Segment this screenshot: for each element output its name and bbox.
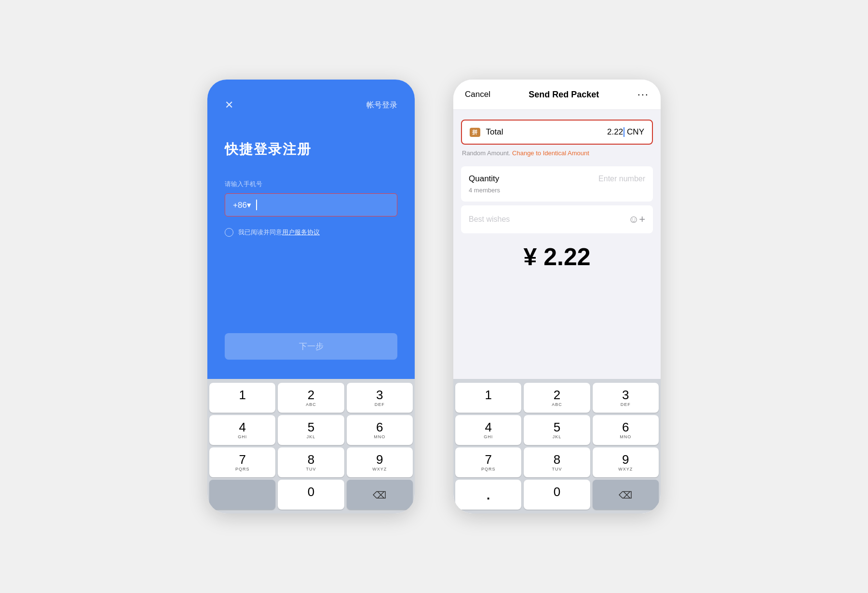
amount-input-box[interactable]: 拼 Total 2.22 CNY	[461, 120, 653, 145]
kb-row-4: 0 ⌫	[209, 480, 413, 510]
rkey-2[interactable]: 2 ABC	[524, 383, 590, 413]
rkey-6[interactable]: 6 MNO	[593, 415, 659, 445]
key-2[interactable]: 2 ABC	[278, 383, 344, 413]
cancel-button[interactable]: Cancel	[465, 90, 490, 99]
quantity-label: Quantity	[469, 174, 499, 184]
rkey-3[interactable]: 3 DEF	[593, 383, 659, 413]
terms-link[interactable]: 用户服务协议	[282, 229, 320, 236]
phone-input-box[interactable]: +86▾	[225, 193, 397, 216]
rp-header: Cancel Send Red Packet ···	[453, 80, 661, 110]
text-cursor	[256, 200, 257, 210]
key-0[interactable]: 0	[278, 480, 344, 510]
rkey-7[interactable]: 7 PQRS	[455, 447, 521, 477]
change-amount-link[interactable]: Change to Identical Amount	[512, 149, 589, 157]
login-top-section: ✕ 帐号登录 快捷登录注册 请输入手机号 +86▾ 我已阅读并同意用户服务协议 …	[207, 80, 415, 379]
total-amount-display: ¥ 2.22	[461, 243, 653, 271]
rp-body: 拼 Total 2.22 CNY Random Amount. Change t…	[453, 110, 661, 379]
more-icon[interactable]: ···	[637, 88, 649, 101]
redpacket-screen: Cancel Send Red Packet ··· 拼 Total 2.22 …	[453, 80, 661, 513]
rkey-1[interactable]: 1	[455, 383, 521, 413]
agree-checkbox[interactable]	[225, 228, 233, 237]
rkb-row-4: . 0 ⌫	[455, 480, 659, 510]
phone-label: 请输入手机号	[225, 180, 397, 189]
key-8[interactable]: 8 TUV	[278, 447, 344, 477]
agree-text: 我已阅读并同意用户服务协议	[238, 228, 320, 237]
rkey-8[interactable]: 8 TUV	[524, 447, 590, 477]
kb-row-1: 1 2 ABC 3 DEF	[209, 383, 413, 413]
kb-row-2: 4 GHI 5 JKL 6 MNO	[209, 415, 413, 445]
pinyin-icon: 拼	[470, 128, 480, 137]
key-1[interactable]: 1	[209, 383, 275, 413]
key-7[interactable]: 7 PQRS	[209, 447, 275, 477]
key-4[interactable]: 4 GHI	[209, 415, 275, 445]
quantity-box: Quantity Enter number 4 members	[461, 166, 653, 202]
key-3[interactable]: 3 DEF	[347, 383, 413, 413]
amount-value: 2.22	[607, 127, 623, 137]
close-icon[interactable]: ✕	[225, 99, 233, 111]
key-empty	[209, 480, 275, 510]
rkb-row-1: 1 2 ABC 3 DEF	[455, 383, 659, 413]
rkey-4[interactable]: 4 GHI	[455, 415, 521, 445]
login-title: 快捷登录注册	[225, 140, 397, 159]
amount-hint: Random Amount. Change to Identical Amoun…	[461, 149, 653, 157]
account-login-link[interactable]: 帐号登录	[366, 100, 397, 110]
key-6[interactable]: 6 MNO	[347, 415, 413, 445]
right-keyboard: 1 2 ABC 3 DEF 4 GHI 5 J	[453, 379, 661, 513]
left-keyboard: 1 2 ABC 3 DEF 4 GHI 5 JKL 6 MNO	[207, 379, 415, 513]
rp-title: Send Red Packet	[529, 90, 599, 100]
agree-row: 我已阅读并同意用户服务协议	[225, 228, 397, 237]
rkey-5[interactable]: 5 JKL	[524, 415, 590, 445]
currency-label: CNY	[627, 127, 644, 137]
members-count: 4 members	[469, 187, 645, 194]
wishes-box[interactable]: Best wishes ☺+	[461, 205, 653, 233]
key-5[interactable]: 5 JKL	[278, 415, 344, 445]
left-phone: ✕ 帐号登录 快捷登录注册 请输入手机号 +86▾ 我已阅读并同意用户服务协议 …	[207, 80, 415, 513]
kb-row-3: 7 PQRS 8 TUV 9 WXYZ	[209, 447, 413, 477]
emoji-button[interactable]: ☺+	[628, 213, 645, 226]
key-9[interactable]: 9 WXYZ	[347, 447, 413, 477]
login-header: ✕ 帐号登录	[225, 99, 397, 111]
backspace-key[interactable]: ⌫	[347, 480, 413, 510]
next-button[interactable]: 下一步	[225, 333, 397, 360]
rkey-9[interactable]: 9 WXYZ	[593, 447, 659, 477]
rkb-row-2: 4 GHI 5 JKL 6 MNO	[455, 415, 659, 445]
right-phone: Cancel Send Red Packet ··· 拼 Total 2.22 …	[453, 80, 661, 513]
quantity-input[interactable]: Enter number	[598, 175, 645, 183]
amount-cursor	[624, 127, 624, 137]
total-label: Total	[486, 127, 608, 137]
country-code[interactable]: +86▾	[233, 200, 251, 210]
rkey-backspace[interactable]: ⌫	[593, 480, 659, 510]
quantity-row: Quantity Enter number	[469, 174, 645, 184]
rkb-row-3: 7 PQRS 8 TUV 9 WXYZ	[455, 447, 659, 477]
rkey-dot[interactable]: .	[455, 480, 521, 510]
rkey-0[interactable]: 0	[524, 480, 590, 510]
wishes-placeholder: Best wishes	[469, 215, 510, 224]
